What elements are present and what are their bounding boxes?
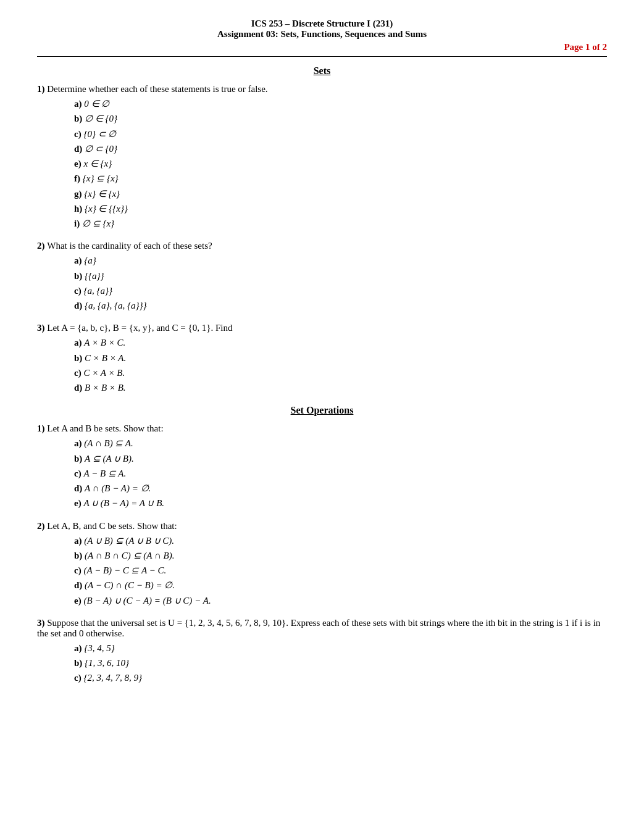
sub-item: d) A ∩ (B − A) = ∅. (74, 481, 607, 496)
sub-item: h) {x} ∈ {{x}} (74, 202, 607, 216)
sub-label: e) (74, 498, 83, 508)
sub-item: a) {3, 4, 5} (74, 641, 607, 655)
sub-item: d) (A − C) ∩ (C − B) = ∅. (74, 578, 607, 593)
sub-label: e) (74, 159, 83, 169)
sub-content: A × B × C. (84, 338, 125, 347)
question-text: What is the cardinality of each of these… (47, 241, 212, 251)
sub-content: {a} (84, 256, 96, 265)
question-block: 3) Let A = {a, b, c}, B = {x, y}, and C … (37, 323, 607, 395)
sub-label: b) (74, 114, 85, 123)
sub-label: a) (74, 256, 84, 265)
question-line: 1) Let A and B be sets. Show that: (37, 423, 607, 434)
question-number: 2) (37, 241, 47, 251)
sub-content: (A − B) − C ⊆ A − C. (83, 565, 166, 575)
sub-label: c) (74, 565, 83, 575)
question-text: Suppose that the universal set is U = {1… (37, 618, 600, 638)
sub-item: g) {x} ∈ {x} (74, 187, 607, 201)
section-title: Sets (37, 65, 607, 77)
sub-items: a) {3, 4, 5}b) {1, 3, 6, 10}c) {2, 3, 4,… (74, 641, 607, 686)
question-text: Let A, B, and C be sets. Show that: (47, 521, 177, 531)
assignment-title: Assignment 03: Sets, Functions, Sequence… (37, 29, 607, 40)
sub-items: a) (A ∩ B) ⊆ A.b) A ⊆ (A ∪ B).c) A − B ⊆… (74, 436, 607, 510)
sub-label: c) (74, 673, 83, 683)
sub-label: b) (74, 551, 85, 560)
sub-item: c) {0} ⊂ ∅ (74, 127, 607, 141)
sub-label: d) (74, 383, 85, 393)
sub-content: (A ∪ B) ⊆ (A ∪ B ∪ C). (84, 536, 174, 546)
sub-content: {{a}} (85, 271, 104, 281)
question-block: 1) Determine whether each of these state… (37, 84, 607, 231)
sub-label: d) (74, 483, 85, 493)
sub-item: a) (A ∪ B) ⊆ (A ∪ B ∪ C). (74, 534, 607, 548)
header-divider (37, 56, 607, 57)
sub-content: (B − A) ∪ (C − A) = (B ∪ C) − A. (83, 596, 211, 606)
sub-content: (A ∩ B) ⊆ A. (84, 438, 133, 448)
question-block: 2) What is the cardinality of each of th… (37, 241, 607, 313)
question-number: 3) (37, 323, 47, 333)
sub-content: (A ∩ B ∩ C) ⊆ (A ∩ B). (85, 551, 174, 560)
sub-content: {0} ⊂ ∅ (83, 129, 116, 139)
sub-label: c) (74, 468, 83, 478)
sub-content: {2, 3, 4, 7, 8, 9} (83, 673, 142, 683)
content-area: Sets1) Determine whether each of these s… (37, 65, 607, 686)
sub-label: a) (74, 338, 84, 347)
sub-item: b) {{a}} (74, 269, 607, 283)
question-line: 2) Let A, B, and C be sets. Show that: (37, 521, 607, 531)
sub-items: a) {a}b) {{a}}c) {a, {a}}d) {a, {a}, {a,… (74, 254, 607, 313)
sub-item: d) {a, {a}, {a, {a}}} (74, 299, 607, 313)
sub-label: a) (74, 643, 84, 653)
sub-label: d) (74, 580, 85, 590)
sub-content: {x} ∈ {x} (84, 189, 120, 199)
sub-label: b) (74, 353, 85, 363)
sub-label: c) (74, 368, 83, 378)
sub-item: f) {x} ⊆ {x} (74, 172, 607, 186)
sub-item: a) A × B × C. (74, 336, 607, 350)
sub-label: b) (74, 454, 85, 464)
sub-item: a) (A ∩ B) ⊆ A. (74, 436, 607, 451)
question-text: Let A = {a, b, c}, B = {x, y}, and C = {… (47, 323, 232, 333)
sub-content: {a, {a}, {a, {a}}} (85, 301, 147, 310)
sub-items: a) A × B × C.b) C × B × A.c) C × A × B.d… (74, 336, 607, 395)
sub-content: {x} ∈ {{x}} (85, 204, 128, 214)
sub-item: e) A ∪ (B − A) = A ∪ B. (74, 496, 607, 510)
sub-label: g) (74, 189, 84, 199)
sub-label: d) (74, 144, 85, 154)
question-text: Let A and B be sets. Show that: (47, 423, 163, 433)
sub-content: {a, {a}} (83, 286, 112, 296)
sub-content: C × B × A. (85, 353, 126, 363)
sub-content: A ∪ (B − A) = A ∪ B. (83, 498, 164, 508)
sub-item: a) {a} (74, 254, 607, 268)
sub-content: A ⊆ (A ∪ B). (85, 454, 134, 464)
question-number: 3) (37, 618, 47, 628)
question-block: 3) Suppose that the universal set is U =… (37, 618, 607, 686)
sub-content: x ∈ {x} (83, 159, 112, 169)
sub-item: i) ∅ ⊆ {x} (74, 217, 607, 231)
question-line: 2) What is the cardinality of each of th… (37, 241, 607, 251)
sub-content: {3, 4, 5} (84, 643, 115, 653)
sub-content: (A − C) ∩ (C − B) = ∅. (85, 580, 175, 590)
sub-content: {x} ⊆ {x} (83, 173, 119, 183)
sub-label: b) (74, 658, 85, 668)
question-number: 1) (37, 423, 47, 433)
sub-label: c) (74, 129, 83, 139)
sub-label: d) (74, 301, 85, 310)
sub-content: ∅ ⊂ {0} (85, 144, 117, 154)
sub-item: d) ∅ ⊂ {0} (74, 142, 607, 156)
sub-item: b) C × B × A. (74, 351, 607, 365)
sub-item: e) x ∈ {x} (74, 157, 607, 171)
sub-item: c) {2, 3, 4, 7, 8, 9} (74, 671, 607, 685)
sub-label: i) (74, 218, 82, 228)
sub-content: ∅ ⊆ {x} (82, 218, 114, 228)
sub-item: b) A ⊆ (A ∪ B). (74, 452, 607, 466)
question-number: 1) (37, 84, 47, 94)
sub-label: a) (74, 438, 84, 448)
question-line: 1) Determine whether each of these state… (37, 84, 607, 94)
sub-content: B × B × B. (85, 383, 125, 393)
sub-items: a) 0 ∈ ∅b) ∅ ∈ {0}c) {0} ⊂ ∅d) ∅ ⊂ {0}e)… (74, 97, 607, 231)
section-title: Set Operations (37, 405, 607, 416)
sub-label: h) (74, 204, 85, 214)
question-line: 3) Suppose that the universal set is U =… (37, 618, 607, 639)
question-number: 2) (37, 521, 47, 531)
sub-label: e) (74, 596, 83, 606)
sub-label: c) (74, 286, 83, 296)
